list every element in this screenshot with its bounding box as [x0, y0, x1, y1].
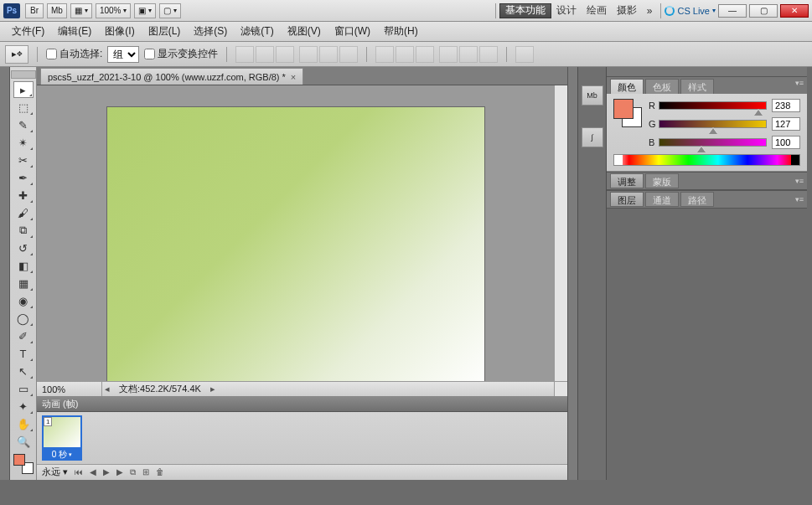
anim-first[interactable]: ⏮: [75, 467, 83, 477]
anim-play[interactable]: ▶: [103, 467, 110, 477]
history-panel-icon[interactable]: ∫: [582, 127, 603, 147]
tool-wand[interactable]: ✴: [13, 134, 34, 151]
menu-view[interactable]: 视图(V): [281, 22, 328, 41]
document-size: 文档:452.2K/574.4K: [112, 383, 208, 395]
zoom-dropdown[interactable]: 100%: [96, 3, 132, 18]
animation-panel: 动画 (帧) 1 0 秒▾ 永远 ▾ ⏮ ◀ ▶ ▶ ⧉ ⊞: [37, 396, 567, 480]
anim-next[interactable]: ▶: [116, 467, 123, 477]
tool-eyedropper[interactable]: ✒: [13, 169, 34, 186]
workspace-photography[interactable]: 摄影: [612, 3, 642, 18]
canvas-area[interactable]: [37, 85, 567, 381]
frame-delay[interactable]: 0 秒▾: [42, 449, 82, 461]
tool-stamp[interactable]: ⧉: [13, 222, 34, 239]
tool-3d[interactable]: ✦: [13, 398, 34, 415]
value-g[interactable]: [772, 117, 800, 131]
loop-selector[interactable]: 永远 ▾: [42, 466, 68, 478]
value-b[interactable]: [772, 136, 800, 149]
auto-align-button[interactable]: [515, 46, 534, 63]
vertical-scrollbar[interactable]: [554, 85, 567, 381]
workspace-more[interactable]: »: [642, 3, 658, 18]
value-r[interactable]: [772, 99, 800, 112]
panel-menu-icon[interactable]: ▾≡: [795, 79, 804, 87]
tool-pen[interactable]: ✐: [13, 327, 34, 344]
status-arrow-left[interactable]: ◂: [102, 384, 112, 394]
menu-edit[interactable]: 编辑(E): [51, 22, 98, 41]
tool-zoom[interactable]: 🔍: [13, 433, 34, 450]
anim-new-frame[interactable]: ⊞: [142, 467, 149, 477]
tool-hand[interactable]: ✋: [13, 415, 34, 432]
fg-swatch[interactable]: [13, 454, 25, 466]
menu-file[interactable]: 文件(F): [5, 22, 51, 41]
tab-color[interactable]: 颜色: [610, 79, 644, 94]
slider-g[interactable]: [659, 120, 767, 128]
window-close[interactable]: ✕: [780, 4, 809, 18]
panel-grip[interactable]: [607, 67, 807, 77]
auto-select-target[interactable]: 组: [107, 46, 139, 63]
tab-masks[interactable]: 蒙版: [645, 173, 679, 188]
tab-layers[interactable]: 图层: [610, 192, 644, 207]
document-tab[interactable]: pscs5_uzzf_2021-3-10 @ 100% (www.uzzf.co…: [40, 68, 303, 85]
tab-channels[interactable]: 通道: [645, 192, 679, 207]
tab-adjustments[interactable]: 调整: [610, 173, 644, 188]
show-transform-checkbox[interactable]: 显示变换控件: [144, 47, 218, 61]
tool-marquee[interactable]: ⬚: [13, 99, 34, 116]
color-swatches[interactable]: [13, 454, 34, 474]
menu-help[interactable]: 帮助(H): [377, 22, 425, 41]
tool-lasso[interactable]: ✎: [13, 116, 34, 133]
tool-gradient[interactable]: ▦: [13, 275, 34, 291]
workspace-basic[interactable]: 基本功能: [499, 3, 551, 18]
menu-layer[interactable]: 图层(L): [142, 22, 188, 41]
menu-filter[interactable]: 滤镜(T): [234, 22, 280, 41]
zoom-field[interactable]: 100%: [37, 382, 102, 396]
tool-dodge[interactable]: ◯: [13, 310, 34, 327]
tool-move[interactable]: ▸: [13, 81, 34, 98]
color-spectrum[interactable]: [613, 154, 800, 166]
menu-image[interactable]: 图像(I): [98, 22, 141, 41]
window-maximize[interactable]: ▢: [749, 4, 778, 18]
tab-paths[interactable]: 路径: [680, 192, 714, 207]
animation-header[interactable]: 动画 (帧): [37, 397, 567, 412]
window-minimize[interactable]: —: [718, 4, 747, 18]
status-arrow-right[interactable]: ▸: [208, 384, 218, 394]
bridge-button[interactable]: Br: [25, 3, 44, 18]
distribute-group-2: [439, 46, 498, 63]
screenmode-dropdown[interactable]: ▢: [159, 3, 181, 18]
panel-swatches[interactable]: [613, 99, 642, 127]
tab-swatches[interactable]: 色板: [645, 79, 679, 94]
tool-brush[interactable]: 🖌: [13, 204, 34, 221]
tool-healing[interactable]: ✚: [13, 187, 34, 204]
anim-delete[interactable]: 🗑: [156, 467, 164, 477]
menu-window[interactable]: 窗口(W): [328, 22, 377, 41]
move-tool-indicator[interactable]: ▸✥: [5, 45, 28, 64]
tool-type[interactable]: T: [13, 345, 34, 362]
menu-select[interactable]: 选择(S): [187, 22, 234, 41]
slider-b[interactable]: [659, 138, 767, 147]
anim-tween[interactable]: ⧉: [130, 467, 136, 477]
adjustments-panel-header[interactable]: 调整 蒙版 ▾≡: [607, 172, 807, 190]
hscroll-end[interactable]: [554, 382, 567, 396]
document-tabs: pscs5_uzzf_2021-3-10 @ 100% (www.uzzf.co…: [37, 67, 567, 85]
close-icon[interactable]: ×: [291, 72, 296, 82]
minibridge-panel-icon[interactable]: Mb: [582, 85, 603, 106]
workspace-design[interactable]: 设计: [551, 3, 582, 18]
auto-select-checkbox[interactable]: 自动选择:: [46, 47, 102, 61]
layers-panel-header[interactable]: 图层 通道 路径 ▾≡: [607, 190, 807, 209]
workspace-painting[interactable]: 绘画: [582, 3, 612, 18]
view-extras-dropdown[interactable]: ▦: [70, 3, 92, 18]
tool-history-brush[interactable]: ↺: [13, 240, 34, 256]
cslive-button[interactable]: CS Live ▾: [665, 6, 716, 16]
slider-r[interactable]: [659, 101, 767, 110]
toolbox-grip[interactable]: [11, 70, 36, 79]
minibridge-button[interactable]: Mb: [47, 3, 67, 18]
tool-crop[interactable]: ✂: [13, 152, 34, 168]
align-btn[interactable]: [235, 46, 254, 63]
tool-eraser[interactable]: ◧: [13, 257, 34, 274]
animation-frame[interactable]: 1 0 秒▾: [42, 415, 82, 461]
anim-prev[interactable]: ◀: [90, 467, 96, 477]
tab-styles[interactable]: 样式: [680, 79, 714, 94]
canvas[interactable]: [107, 107, 484, 381]
arrange-dropdown[interactable]: ▣: [134, 3, 156, 18]
tool-blur[interactable]: ◉: [13, 292, 34, 309]
tool-shape[interactable]: ▭: [13, 380, 34, 397]
tool-path[interactable]: ↖: [13, 363, 34, 379]
